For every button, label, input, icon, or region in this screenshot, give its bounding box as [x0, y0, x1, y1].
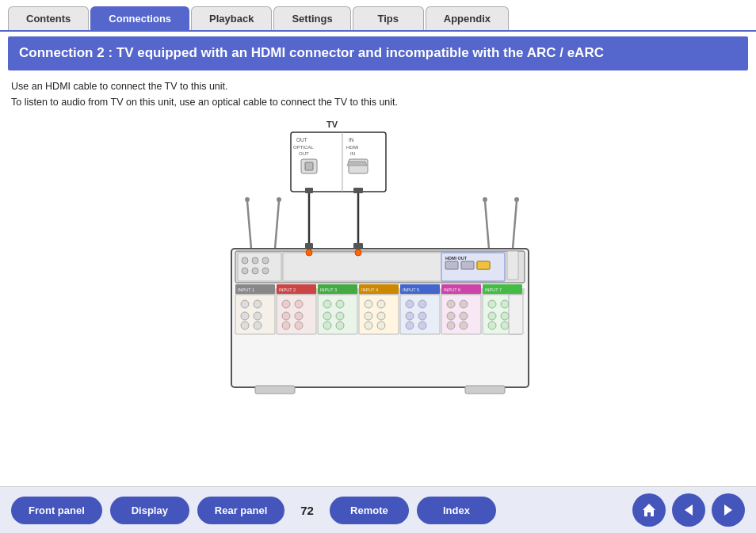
svg-point-65: [365, 300, 372, 308]
svg-point-110: [355, 249, 361, 256]
svg-text:INPUT 2: INPUT 2: [279, 287, 296, 292]
svg-point-52: [295, 300, 303, 308]
svg-point-72: [406, 300, 414, 308]
svg-rect-12: [305, 188, 313, 193]
svg-point-90: [488, 322, 496, 329]
svg-text:HDMI: HDMI: [346, 145, 359, 150]
svg-rect-38: [461, 261, 474, 269]
svg-point-33: [262, 268, 269, 274]
svg-line-23: [513, 201, 517, 249]
svg-point-28: [242, 257, 248, 264]
tab-connections[interactable]: Connections: [90, 6, 189, 32]
svg-point-86: [488, 300, 496, 308]
svg-point-32: [252, 268, 258, 274]
tab-tips[interactable]: Tips: [353, 6, 424, 30]
svg-point-20: [277, 197, 281, 202]
svg-point-70: [377, 322, 385, 329]
svg-text:INPUT 6: INPUT 6: [444, 287, 460, 292]
svg-point-30: [262, 257, 269, 264]
svg-point-49: [254, 322, 262, 329]
remote-button[interactable]: Remote: [330, 497, 409, 524]
svg-point-29: [252, 257, 258, 264]
svg-line-21: [485, 201, 489, 249]
tab-settings[interactable]: Settings: [273, 6, 350, 30]
nav-tabs: Contents Connections Playback Settings T…: [0, 0, 756, 32]
svg-text:IN: IN: [349, 137, 354, 143]
svg-rect-41: [507, 251, 518, 280]
svg-point-87: [501, 300, 509, 308]
svg-rect-15: [353, 188, 363, 193]
svg-point-84: [460, 322, 468, 329]
svg-point-59: [336, 300, 344, 308]
tab-playback[interactable]: Playback: [191, 6, 272, 30]
svg-text:OUT: OUT: [296, 137, 307, 143]
svg-text:INPUT 5: INPUT 5: [403, 287, 419, 292]
svg-text:OPTICAL: OPTICAL: [293, 145, 314, 150]
svg-text:HDMI OUT: HDMI OUT: [445, 256, 468, 261]
svg-point-61: [336, 312, 344, 320]
svg-point-74: [406, 312, 414, 320]
svg-rect-37: [445, 261, 458, 269]
tab-appendix[interactable]: Appendix: [426, 6, 509, 30]
description-line1: Use an HDMI cable to connect the TV to t…: [11, 78, 745, 94]
svg-rect-27: [238, 253, 281, 281]
back-arrow-icon: [682, 503, 696, 517]
diagram-area: TV OUT OPTICAL OUT IN HDMI IN: [0, 115, 756, 417]
tab-contents[interactable]: Contents: [8, 6, 89, 30]
svg-point-54: [295, 312, 303, 320]
section-header: Connection 2 : TV equipped with an HDMI …: [8, 36, 748, 70]
svg-point-44: [241, 300, 249, 308]
svg-point-24: [514, 197, 519, 202]
svg-point-69: [365, 322, 372, 329]
svg-rect-40: [477, 261, 490, 269]
svg-point-51: [282, 300, 290, 308]
svg-point-67: [365, 312, 372, 320]
bottom-nav-left: Front panel Display Rear panel 72 Remote…: [11, 497, 496, 524]
index-button[interactable]: Index: [417, 497, 496, 524]
rear-panel-button[interactable]: Rear panel: [197, 497, 284, 524]
svg-point-88: [488, 312, 496, 320]
svg-point-60: [323, 312, 331, 320]
back-button[interactable]: [672, 493, 705, 527]
forward-button[interactable]: [712, 493, 745, 527]
svg-rect-10: [349, 159, 368, 173]
home-icon: [641, 502, 657, 518]
svg-point-91: [501, 322, 509, 329]
svg-text:INPUT 4: INPUT 4: [361, 287, 378, 292]
page-number: 72: [300, 504, 314, 517]
svg-text:INPUT 7: INPUT 7: [485, 287, 502, 292]
svg-marker-113: [724, 504, 732, 516]
display-button[interactable]: Display: [110, 497, 189, 524]
bottom-nav-right: [632, 493, 745, 527]
svg-point-22: [483, 197, 487, 202]
svg-point-58: [323, 300, 331, 308]
svg-point-55: [282, 322, 290, 329]
svg-point-76: [406, 322, 414, 329]
svg-point-80: [460, 300, 468, 308]
connection-diagram: TV OUT OPTICAL OUT IN HDMI IN: [109, 118, 647, 411]
svg-text:INPUT 1: INPUT 1: [238, 287, 254, 292]
svg-text:INPUT 3: INPUT 3: [320, 287, 337, 292]
svg-rect-6: [305, 162, 313, 170]
svg-point-45: [254, 300, 262, 308]
svg-point-82: [460, 312, 468, 320]
svg-text:IN: IN: [350, 151, 355, 156]
svg-point-62: [323, 322, 331, 329]
svg-rect-93: [255, 386, 295, 394]
svg-rect-16: [353, 243, 363, 249]
svg-point-47: [254, 312, 262, 320]
svg-point-63: [336, 322, 344, 329]
svg-rect-92: [509, 295, 523, 334]
description-line2: To listen to audio from TV on this unit,…: [11, 94, 745, 110]
bottom-nav: Front panel Display Rear panel 72 Remote…: [0, 486, 756, 533]
home-button[interactable]: [632, 493, 666, 527]
description-text: Use an HDMI cable to connect the TV to t…: [11, 78, 745, 110]
svg-point-46: [241, 312, 249, 320]
front-panel-button[interactable]: Front panel: [11, 497, 102, 524]
svg-line-19: [275, 201, 279, 249]
svg-point-66: [377, 300, 385, 308]
svg-line-17: [247, 201, 251, 249]
svg-point-79: [447, 300, 455, 308]
tv-label: TV: [326, 120, 338, 129]
svg-point-56: [295, 322, 303, 329]
